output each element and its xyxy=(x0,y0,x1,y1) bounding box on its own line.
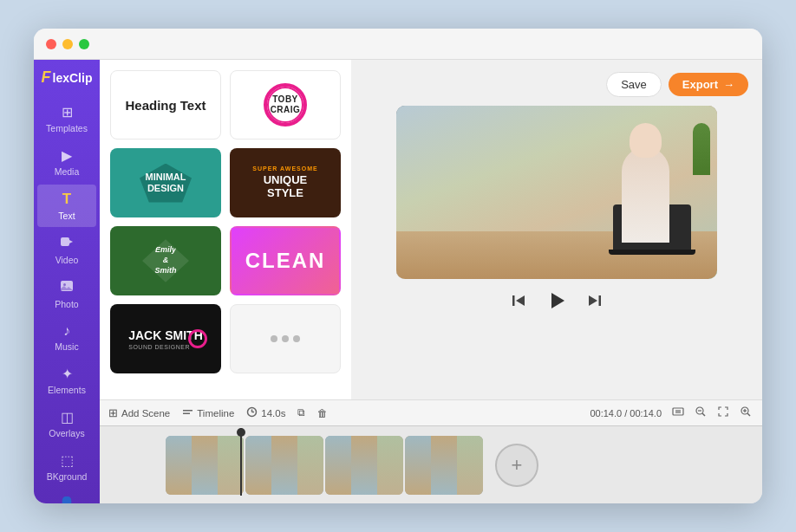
toby-inner: TOBYCRAIG xyxy=(264,83,307,127)
bottom-bar-left: ⊞ Add Scene Timeline 14.0s xyxy=(108,406,577,419)
unique-sub: SUPER AWESOME xyxy=(252,165,317,172)
jack-circle-icon xyxy=(188,329,207,348)
timeline-label: Timeline xyxy=(197,408,234,418)
video-controls xyxy=(507,288,606,314)
sidebar-item-overlays[interactable]: ◫ Overlays xyxy=(37,403,96,444)
svg-marker-1 xyxy=(69,240,73,243)
sidebar-item-music[interactable]: ♪ Music xyxy=(37,317,96,358)
svg-rect-9 xyxy=(183,410,192,412)
elements-icon: ✦ xyxy=(62,366,73,382)
expand-button[interactable] xyxy=(715,404,731,422)
sidebar-item-label: Text xyxy=(58,211,75,221)
export-arrow-icon: → xyxy=(723,78,734,91)
unique-text: SUPER AWESOME UNIQUESTYLE xyxy=(252,165,317,200)
close-button[interactable] xyxy=(46,39,56,49)
bottom-bar: ⊞ Add Scene Timeline 14.0s xyxy=(100,399,762,425)
template-card-more[interactable] xyxy=(230,304,341,373)
export-label: Export xyxy=(682,78,718,91)
sidebar-item-label: BKground xyxy=(47,471,88,482)
delete-action[interactable]: 🗑 xyxy=(317,408,328,418)
content-row: Heading Text TOBYCRAIG MINIMALDESIG xyxy=(100,60,762,399)
video-preview xyxy=(396,106,717,279)
svg-line-19 xyxy=(702,413,705,416)
play-button[interactable] xyxy=(544,288,570,314)
sidebar-item-templates[interactable]: ⊞ Templates xyxy=(37,98,96,139)
template-card-emily[interactable]: Emily&Smith xyxy=(110,226,221,295)
minimize-button[interactable] xyxy=(62,39,73,49)
svg-rect-7 xyxy=(599,295,602,306)
duration-display: 14.0s xyxy=(246,406,285,419)
prev-button[interactable] xyxy=(507,289,530,312)
bkground-icon: ⬚ xyxy=(61,452,74,469)
svg-rect-10 xyxy=(183,413,190,415)
person-body xyxy=(622,147,669,243)
logo-text: lexClip xyxy=(53,71,93,85)
dot-3 xyxy=(293,335,300,342)
time-display: 00:14.0 / 00:14.0 xyxy=(590,408,662,418)
next-button[interactable] xyxy=(584,289,606,312)
add-scene-action[interactable]: ⊞ Add Scene xyxy=(108,406,170,419)
timeline-clip-3[interactable] xyxy=(325,436,403,495)
svg-line-23 xyxy=(747,413,750,416)
template-card-heading[interactable]: Heading Text xyxy=(110,70,221,139)
timeline-controls xyxy=(670,404,754,422)
svg-marker-8 xyxy=(589,295,597,306)
timeline-clip-1[interactable] xyxy=(166,436,244,495)
template-card-minimal[interactable]: MINIMALDESIGN xyxy=(110,148,221,217)
toby-circle: TOBYCRAIG xyxy=(264,83,307,127)
sidebar-item-photo[interactable]: Photo xyxy=(37,273,96,315)
heading-text-label: Heading Text xyxy=(125,98,206,113)
copy-icon: ⧉ xyxy=(297,407,305,418)
template-card-clean[interactable]: CLEAN xyxy=(230,226,341,295)
timeline-area: + xyxy=(100,425,762,503)
add-clip-button[interactable]: + xyxy=(495,444,538,487)
sidebar-item-bkground[interactable]: ⬚ BKground xyxy=(37,446,96,488)
sidebar-item-label: Templates xyxy=(46,123,88,133)
video-icon xyxy=(60,235,74,252)
title-bar xyxy=(34,29,762,60)
svg-point-3 xyxy=(63,283,66,286)
template-card-toby[interactable]: TOBYCRAIG xyxy=(230,70,341,139)
add-scene-label: Add Scene xyxy=(121,408,170,418)
sidebar-item-label: Video xyxy=(55,255,79,265)
plant xyxy=(693,123,710,175)
clock-icon xyxy=(246,406,258,419)
sidebar-item-media[interactable]: ▶ Media xyxy=(37,141,96,183)
timeline-action[interactable]: Timeline xyxy=(182,406,234,419)
sidebar-item-text[interactable]: T Text xyxy=(37,185,96,227)
sidebar-item-label: Elements xyxy=(48,385,86,395)
sidebar-item-elements[interactable]: ✦ Elements xyxy=(37,360,96,401)
clean-text: CLEAN xyxy=(245,249,326,273)
sidebar-item-video[interactable]: Video xyxy=(37,229,96,271)
photo-icon xyxy=(60,279,74,296)
copy-action[interactable]: ⧉ xyxy=(297,407,305,418)
template-card-unique[interactable]: SUPER AWESOME UNIQUESTYLE xyxy=(230,148,341,217)
person-head xyxy=(630,123,662,158)
jack-title: SOUND DESIGNER xyxy=(128,344,190,350)
zoom-in-button[interactable] xyxy=(738,404,754,422)
sidebar: F lexClip ⊞ Templates ▶ Media T Text Vid… xyxy=(34,60,100,503)
media-icon: ▶ xyxy=(62,147,72,164)
sidebar-item-label: Photo xyxy=(55,299,78,309)
timeline-clip-2[interactable] xyxy=(245,436,323,495)
svg-marker-6 xyxy=(551,293,564,308)
delete-icon: 🗑 xyxy=(317,408,328,418)
dots-inner xyxy=(271,335,300,342)
sidebar-item-label: Overlays xyxy=(49,428,84,438)
save-button[interactable]: Save xyxy=(606,72,662,97)
template-card-jack[interactable]: JACK SMITH SOUND DESIGNER xyxy=(110,304,221,373)
zoom-out-button[interactable] xyxy=(693,404,708,422)
templates-icon: ⊞ xyxy=(62,104,73,120)
music-icon: ♪ xyxy=(63,323,70,339)
svg-rect-4 xyxy=(512,295,515,306)
watermark-icon: 👤 xyxy=(58,496,75,503)
maximize-button[interactable] xyxy=(79,39,89,49)
video-area: Save Export → xyxy=(351,60,762,399)
bottom-bar-right: 00:14.0 / 00:14.0 xyxy=(590,404,754,422)
dot-1 xyxy=(271,335,277,342)
export-button[interactable]: Export → xyxy=(669,73,748,96)
svg-marker-5 xyxy=(516,295,525,306)
fit-button[interactable] xyxy=(670,404,686,422)
timeline-clip-4[interactable] xyxy=(405,436,483,495)
sidebar-item-watermark[interactable]: 👤 Watermark xyxy=(37,490,96,503)
